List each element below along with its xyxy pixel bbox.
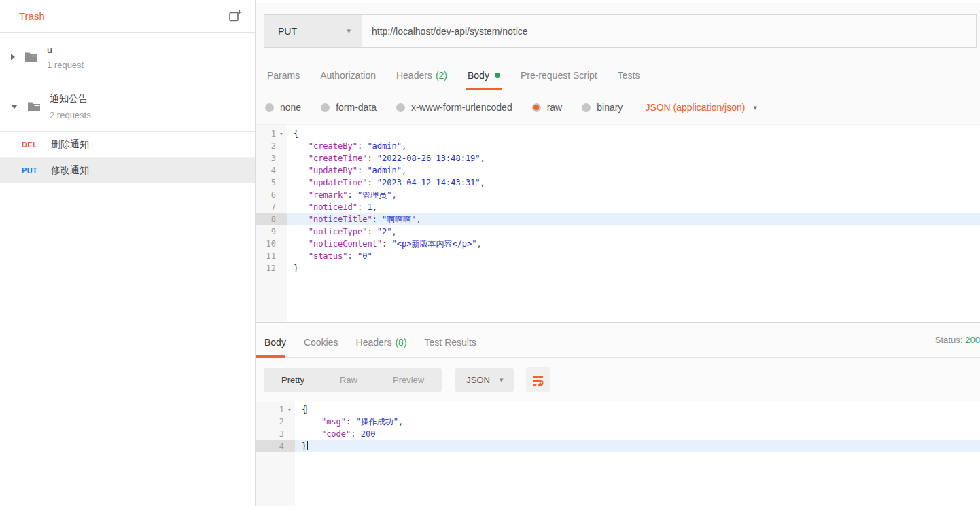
chevron-down-icon[interactable]: [11, 105, 18, 109]
code-token: "2": [377, 227, 392, 236]
body-mode-form-data[interactable]: form-data: [321, 102, 377, 113]
line-number: 3: [256, 152, 276, 164]
method-badge: DEL: [22, 141, 51, 149]
code-token: ,: [477, 239, 482, 249]
code-line: 8 "noticeTitle": "啊啊啊",: [256, 213, 980, 225]
chevron-down-icon: ▾: [347, 26, 351, 35]
code-token: :: [367, 227, 377, 236]
gutter-cell: 3: [256, 152, 287, 164]
request-body-editor[interactable]: 1▾{2 "createBy": "admin",3 "createTime":…: [256, 124, 980, 322]
tab-count: (2): [436, 70, 447, 81]
body-mode-label: binary: [597, 102, 623, 113]
request-item-修改通知[interactable]: PUT修改通知: [0, 158, 255, 183]
chevron-down-icon: ▾: [500, 376, 504, 384]
gutter-cell: 6: [256, 189, 287, 201]
code-token: "操作成功": [355, 417, 398, 427]
code-line: 9 "noticeType": "2",: [256, 225, 980, 238]
tab-label: Headers: [356, 337, 392, 348]
radio-icon: [582, 103, 591, 112]
tab-label: Cookies: [304, 337, 338, 348]
top-strip: [256, 0, 980, 3]
body-mode-raw[interactable]: raw: [532, 102, 563, 113]
unsaved-dot-icon: [495, 73, 500, 78]
tab-authorization[interactable]: Authorization: [310, 63, 386, 90]
body-mode-label: raw: [547, 102, 563, 113]
code-token: "管理员": [357, 190, 391, 200]
gutter-cell: 9: [256, 225, 287, 238]
response-body-editor[interactable]: 1▾{2 "msg": "操作成功",3 "code": 2004}: [256, 401, 980, 506]
view-mode-preview[interactable]: Preview: [375, 368, 442, 392]
code-line: 7 "noticeId": 1,: [256, 201, 980, 213]
method-select[interactable]: PUT ▾: [264, 14, 362, 48]
tab-body[interactable]: Body: [457, 63, 510, 90]
wrap-text-button[interactable]: [526, 367, 550, 392]
code-token: {: [302, 405, 307, 414]
fold-spacer: [276, 238, 287, 250]
tab-headers[interactable]: Headers(8): [347, 330, 416, 357]
url-input[interactable]: http://localhost/dev-api/system/notice: [362, 14, 977, 48]
fold-spacer: [276, 164, 287, 177]
code-token: "msg": [321, 417, 346, 427]
body-mode-x-www-form-urlencoded[interactable]: x-www-form-urlencoded: [396, 102, 512, 113]
gutter-cell: 1▾: [256, 403, 295, 416]
code-token: :: [357, 141, 367, 151]
tab-pre-request-script[interactable]: Pre-request Script: [510, 63, 608, 90]
fold-spacer: [276, 225, 287, 238]
folder-item[interactable]: u1 request: [0, 33, 255, 82]
fold-arrow-icon[interactable]: ▾: [276, 128, 287, 140]
code-token: {: [294, 129, 298, 139]
status-value: 200: [965, 335, 980, 345]
folder-item[interactable]: 通知公告2 requests: [0, 82, 255, 132]
fold-spacer: [276, 250, 287, 262]
tab-cookies[interactable]: Cookies: [295, 330, 347, 357]
fold-spacer: [284, 440, 295, 452]
chevron-right-icon[interactable]: [11, 54, 15, 60]
body-mode-none[interactable]: none: [265, 102, 301, 113]
code-token: }: [302, 441, 307, 451]
code-token: ,: [480, 178, 485, 187]
new-collection-icon[interactable]: [228, 9, 243, 23]
request-item-删除通知[interactable]: DEL删除通知: [0, 132, 255, 158]
tab-params[interactable]: Params: [257, 63, 310, 90]
status-label: Status:: [935, 335, 962, 345]
response-body-area: 1▾{2 "msg": "操作成功",3 "code": 2004}: [256, 401, 980, 506]
folder-name: 通知公告: [50, 93, 91, 105]
wrap-text-icon: [531, 374, 545, 386]
response-format-select[interactable]: JSON ▾: [455, 368, 514, 392]
code-line: 2 "createBy": "admin",: [256, 140, 980, 152]
code-token: "status": [309, 251, 348, 261]
code-token: [294, 215, 309, 224]
code-line: 5 "updateTime": "2023-04-12 14:43:31",: [256, 177, 980, 189]
fold-spacer: [284, 416, 295, 428]
main-panel: PUT ▾ http://localhost/dev-api/system/no…: [256, 0, 980, 506]
code-token: :: [347, 251, 357, 261]
folder-icon: [27, 101, 41, 112]
code-line: 4 "updateBy": "admin",: [256, 164, 980, 177]
line-number: 5: [256, 177, 276, 189]
body-mode-label: x-www-form-urlencoded: [411, 102, 512, 113]
gutter-cell: 2: [256, 416, 295, 428]
tab-headers[interactable]: Headers(2): [386, 63, 457, 90]
code-token: "noticeContent": [309, 239, 382, 249]
code-token: "啊啊啊": [382, 215, 416, 224]
fold-spacer: [276, 201, 287, 213]
fold-arrow-icon[interactable]: ▾: [284, 403, 295, 416]
gutter-cell: 2: [256, 140, 287, 152]
gutter-cell: 11: [256, 250, 287, 262]
code-token: :: [357, 202, 367, 212]
view-mode-raw[interactable]: Raw: [322, 368, 375, 392]
code-token: [294, 239, 309, 249]
tab-tests[interactable]: Tests: [608, 63, 650, 90]
code-line: 6 "remark": "管理员",: [256, 189, 980, 201]
view-mode-pretty[interactable]: Pretty: [264, 368, 322, 392]
tab-body[interactable]: Body: [256, 330, 295, 357]
code-token: [302, 429, 321, 439]
code-line: 10 "noticeContent": "<p>新版本内容</p>",: [256, 238, 980, 250]
gutter-cell: 8: [256, 213, 287, 225]
code-token: "2022-08-26 13:48:19": [377, 153, 480, 163]
code-token: :: [367, 153, 377, 163]
body-mode-binary[interactable]: binary: [582, 102, 623, 113]
content-type-select[interactable]: JSON (application/json)▾: [645, 102, 757, 113]
code-token: :: [372, 215, 382, 224]
tab-test-results[interactable]: Test Results: [416, 330, 485, 357]
